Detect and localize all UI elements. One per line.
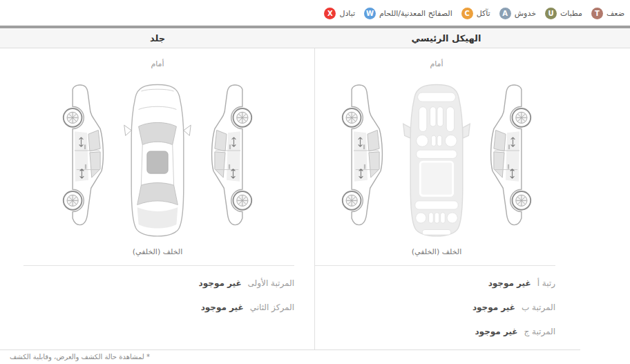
item-label: رتبة أ	[537, 278, 555, 288]
item-value: غير موجود	[472, 303, 515, 312]
legend-label: مطبات	[560, 9, 582, 18]
legend-u-icon: U	[545, 8, 557, 19]
item-value: غير موجود	[201, 303, 244, 312]
legend-c-icon: C	[461, 8, 473, 19]
car-underbody-view	[401, 73, 472, 242]
damage-legend: ضعف T مطبات U خدوش A تآكل C الصفائح المع…	[324, 6, 624, 21]
list-item: رتبة أ غير موجود	[343, 271, 555, 295]
section-header-band: جلد الهيكل الرئيسي	[0, 28, 630, 48]
legend-a-icon: A	[499, 8, 511, 19]
car-left-side-view	[340, 77, 395, 238]
list-item: المرتبة ج غير موجود	[343, 319, 555, 343]
legend-w-icon: W	[364, 8, 376, 19]
legend-label: ضعف	[607, 9, 624, 18]
panel-main-frame: أمام	[315, 48, 629, 349]
panels-area: أمام	[0, 48, 630, 349]
legend-item-exchange: تبادل X	[324, 8, 355, 19]
item-label: المرتبة ب	[522, 303, 555, 312]
front-label: أمام	[315, 48, 558, 70]
car-left-side-view	[61, 77, 116, 238]
rear-label: الخلف (الخلفي)	[0, 247, 315, 256]
legend-item-scratches: خدوش A	[499, 8, 536, 19]
legend-label: الصفائح المعدنية/اللحام	[379, 9, 452, 18]
main-frame-diagram	[315, 70, 558, 243]
item-value: غير موجود	[488, 278, 531, 288]
legend-x-icon: X	[324, 8, 336, 19]
legend-item-dents: مطبات U	[545, 8, 582, 19]
car-top-view	[122, 73, 193, 242]
list-item: المرتبة الأولى غير موجود	[104, 271, 294, 295]
car-right-side-view	[199, 77, 254, 238]
legend-t-icon: T	[591, 8, 603, 19]
footnote: * لمشاهدة حالة الكشف والعرض، وقابلية الك…	[10, 353, 150, 361]
panel-skin: أمام	[0, 48, 315, 349]
inspection-report-page: ضعف T مطبات U خدوش A تآكل C الصفائح المع…	[0, 0, 630, 364]
skin-diagram	[0, 70, 315, 243]
legend-item-welding: الصفائح المعدنية/اللحام W	[364, 8, 452, 19]
item-label: المرتبة ج	[524, 327, 555, 336]
legend-label: تآكل	[477, 9, 490, 18]
item-value: غير موجود	[199, 278, 242, 288]
main-frame-status-list: رتبة أ غير موجود المرتبة ب غير موجود الم…	[315, 265, 555, 343]
front-label: أمام	[0, 48, 315, 70]
bottom-divider	[0, 349, 580, 350]
legend-label: خدوش	[515, 9, 536, 18]
item-label: المرتبة الأولى	[248, 278, 294, 288]
item-value: غير موجود	[475, 327, 517, 336]
skin-status-list: المرتبة الأولى غير موجود المركز الثاني غ…	[23, 265, 294, 319]
list-item: المركز الثاني غير موجود	[104, 295, 294, 319]
list-item: المرتبة ب غير موجود	[343, 295, 555, 319]
panel-title-main-frame: الهيكل الرئيسي	[315, 28, 578, 48]
legend-label: تبادل	[339, 9, 355, 18]
legend-item-weakness: ضعف T	[591, 8, 624, 19]
panel-title-skin: جلد	[0, 28, 315, 48]
car-right-side-view	[478, 77, 533, 238]
legend-item-corrosion: تآكل C	[461, 8, 490, 19]
rear-label: الخلف (الخلفي)	[315, 247, 558, 256]
item-label: المركز الثاني	[250, 303, 294, 312]
